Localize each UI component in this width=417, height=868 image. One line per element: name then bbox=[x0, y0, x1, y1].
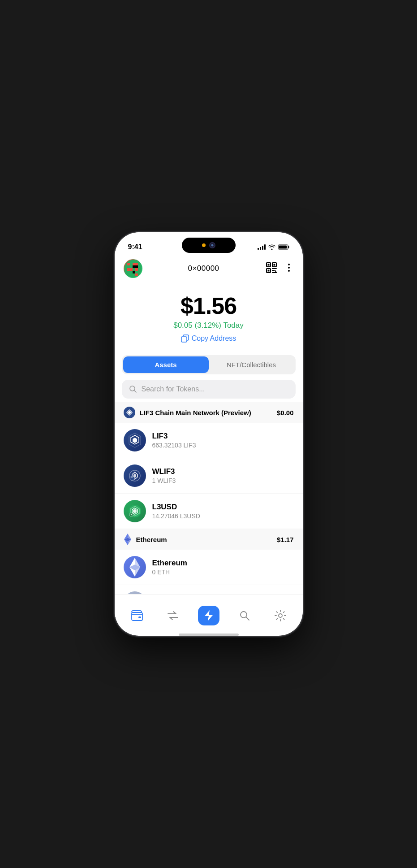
svg-rect-16 bbox=[127, 273, 130, 276]
wlif3-token-balance: 1 WLIF3 bbox=[152, 477, 294, 484]
search-box[interactable]: Search for Tokens... bbox=[122, 380, 296, 399]
svg-rect-31 bbox=[181, 337, 187, 342]
svg-point-30 bbox=[288, 270, 290, 272]
eth-token-info: Ethereum 0 ETH bbox=[152, 559, 294, 576]
l3usd-token-balance: 14.27046 L3USD bbox=[152, 512, 294, 520]
svg-rect-3 bbox=[125, 260, 142, 277]
nav-flash-icon-wrap bbox=[198, 606, 219, 625]
svg-rect-4 bbox=[127, 263, 130, 265]
home-indicator bbox=[179, 634, 239, 636]
battery-icon bbox=[278, 244, 289, 250]
eth-network-name: Ethereum bbox=[136, 536, 167, 543]
svg-rect-17 bbox=[135, 273, 138, 276]
balance-change: $0.05 (3.12%) Today bbox=[124, 321, 294, 330]
header-actions bbox=[265, 261, 294, 276]
nav-wallet-icon-wrap bbox=[126, 606, 148, 625]
header: 0×00000 bbox=[115, 256, 303, 283]
svg-rect-22 bbox=[273, 264, 275, 266]
island-dot bbox=[202, 243, 206, 247]
avatar[interactable] bbox=[124, 259, 142, 278]
nav-settings[interactable] bbox=[262, 606, 298, 625]
wlif3-token-info: WLIF3 1 WLIF3 bbox=[152, 467, 294, 484]
dynamic-island bbox=[182, 238, 236, 253]
network-row-eth: Ethereum $1.17 bbox=[115, 529, 303, 550]
nav-search[interactable] bbox=[227, 606, 262, 625]
settings-nav-icon bbox=[275, 610, 286, 621]
copy-icon bbox=[181, 334, 189, 343]
token-row-wlif3[interactable]: WLIF3 1 WLIF3 bbox=[115, 458, 303, 494]
wlif3-token-icon bbox=[124, 464, 146, 487]
svg-rect-23 bbox=[267, 270, 269, 272]
tab-bar: Assets NFT/Collectibles bbox=[122, 355, 296, 374]
lif3-network-icon bbox=[124, 407, 135, 418]
token-row-eth[interactable]: Ethereum 0 ETH bbox=[115, 550, 303, 585]
nav-swap-icon-wrap bbox=[162, 606, 184, 625]
lif3-network-name: LIF3 Chain Main Network (Preview) bbox=[140, 409, 251, 417]
svg-point-44 bbox=[279, 614, 282, 617]
nav-search-icon-wrap bbox=[234, 606, 255, 625]
status-time: 9:41 bbox=[128, 243, 142, 251]
island-camera bbox=[209, 242, 215, 248]
l3usd-token-name: L3USD bbox=[152, 503, 294, 512]
status-icons bbox=[258, 244, 289, 250]
eth-network-icon bbox=[124, 534, 132, 545]
lif3-token-name: LIF3 bbox=[152, 432, 294, 441]
wifi-icon bbox=[268, 244, 275, 250]
tab-assets[interactable]: Assets bbox=[123, 356, 209, 373]
token-list: LIF3 Chain Main Network (Preview) $0.00 … bbox=[115, 402, 303, 594]
lif3-network-value: $0.00 bbox=[277, 409, 294, 417]
svg-rect-40 bbox=[132, 612, 142, 621]
svg-rect-21 bbox=[267, 264, 269, 266]
token-row-lif3[interactable]: LIF3 663.32103 LIF3 bbox=[115, 423, 303, 458]
l3usd-token-icon bbox=[124, 500, 146, 522]
eth-token-balance: 0 ETH bbox=[152, 569, 294, 576]
wallet-address[interactable]: 0×00000 bbox=[188, 264, 219, 273]
network-label-eth: Ethereum bbox=[124, 534, 167, 545]
token-row-partial[interactable] bbox=[115, 585, 303, 594]
screen: 9:41 bbox=[115, 232, 303, 636]
wlif3-token-name: WLIF3 bbox=[152, 467, 294, 476]
more-menu-icon[interactable] bbox=[284, 263, 294, 274]
search-placeholder: Search for Tokens... bbox=[142, 385, 205, 393]
lif3-token-icon bbox=[124, 429, 146, 451]
bottom-nav bbox=[115, 594, 303, 631]
copy-address-button[interactable]: Copy Address bbox=[124, 334, 294, 343]
eth-network-value: $1.17 bbox=[277, 536, 294, 543]
search-icon bbox=[129, 385, 137, 393]
nav-swap[interactable] bbox=[155, 606, 191, 625]
partial-token-icon bbox=[124, 591, 146, 594]
svg-rect-5 bbox=[130, 263, 133, 265]
network-row-lif3: LIF3 Chain Main Network (Preview) $0.00 bbox=[115, 402, 303, 423]
nav-flash[interactable] bbox=[191, 606, 227, 625]
svg-line-43 bbox=[246, 617, 249, 620]
balance-amount: $1.56 bbox=[124, 292, 294, 319]
svg-rect-10 bbox=[135, 265, 138, 268]
swap-nav-icon bbox=[167, 610, 179, 621]
svg-point-29 bbox=[288, 267, 290, 269]
tab-nft[interactable]: NFT/Collectibles bbox=[209, 356, 294, 373]
l3usd-token-info: L3USD 14.27046 L3USD bbox=[152, 503, 294, 520]
scan-icon[interactable] bbox=[265, 261, 278, 276]
svg-point-28 bbox=[288, 264, 290, 265]
signal-icon bbox=[258, 244, 266, 250]
lif3-token-balance: 663.32103 LIF3 bbox=[152, 442, 294, 449]
flash-nav-icon bbox=[204, 609, 214, 622]
network-label-lif3: LIF3 Chain Main Network (Preview) bbox=[124, 407, 251, 418]
nav-wallet[interactable] bbox=[119, 606, 155, 625]
token-row-l3usd[interactable]: L3USD 14.27046 L3USD bbox=[115, 494, 303, 529]
svg-line-33 bbox=[134, 391, 136, 393]
svg-rect-41 bbox=[138, 616, 141, 618]
svg-rect-1 bbox=[288, 246, 289, 248]
search-nav-icon bbox=[239, 610, 250, 621]
svg-rect-8 bbox=[127, 265, 130, 268]
svg-rect-7 bbox=[135, 263, 138, 265]
copy-address-label: Copy Address bbox=[192, 334, 236, 343]
wallet-nav-icon bbox=[131, 610, 143, 621]
phone-frame: 9:41 bbox=[115, 232, 303, 636]
nav-settings-icon-wrap bbox=[270, 606, 291, 625]
status-bar: 9:41 bbox=[115, 232, 303, 256]
svg-rect-13 bbox=[135, 268, 138, 271]
svg-rect-15 bbox=[133, 271, 135, 273]
avatar-image bbox=[125, 260, 142, 277]
eth-token-icon bbox=[124, 556, 146, 578]
